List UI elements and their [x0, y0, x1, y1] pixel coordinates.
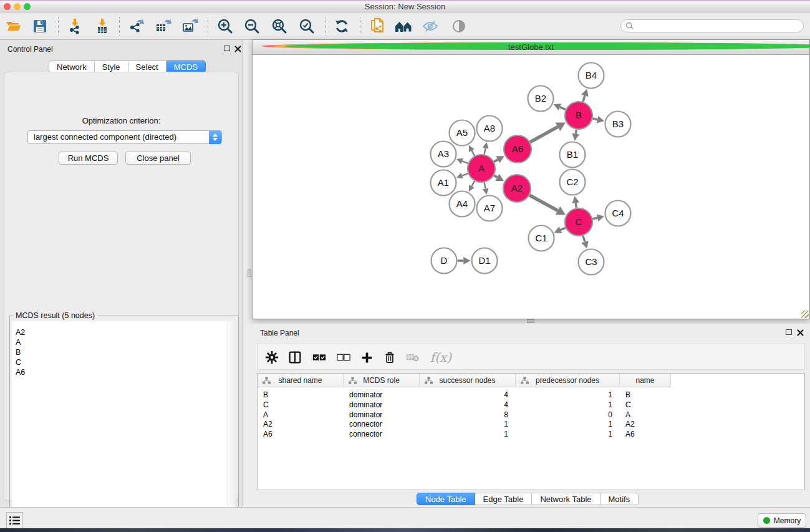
table-cell[interactable]: 4 — [420, 390, 508, 400]
tab-mcds[interactable]: MCDS — [166, 60, 206, 73]
show-columns-button[interactable] — [285, 347, 305, 367]
tab-network-table[interactable]: Network Table — [532, 493, 600, 505]
table-cell[interactable]: 0 — [516, 410, 612, 420]
table-cell[interactable]: dominator — [349, 400, 418, 410]
edge-B-B4[interactable] — [583, 95, 585, 102]
export-table-button[interactable] — [152, 15, 174, 37]
zoom-out-button[interactable] — [241, 15, 263, 37]
result-item[interactable]: A2 — [16, 327, 228, 337]
edge-A-A3[interactable] — [462, 161, 468, 163]
close-table-panel-icon[interactable] — [797, 329, 804, 336]
node-table[interactable]: shared nameMCDS rolesuccessor nodesprede… — [257, 373, 805, 490]
table-cell[interactable]: dominator — [349, 390, 418, 400]
close-panel-icon[interactable] — [234, 46, 241, 52]
column-header-MCDS-role[interactable]: MCDS role — [344, 374, 420, 387]
run-mcds-button[interactable]: Run MCDS — [59, 152, 118, 165]
search-input[interactable] — [636, 21, 803, 31]
table-cell[interactable]: 4 — [420, 400, 508, 410]
table-cell[interactable]: A2 — [263, 419, 342, 429]
edge-A-A1[interactable] — [462, 173, 468, 176]
table-cell[interactable]: B — [625, 390, 669, 400]
export-network-button[interactable] — [125, 15, 147, 37]
memory-button[interactable]: Memory — [758, 513, 806, 528]
save-session-button[interactable] — [29, 15, 51, 37]
edge-A-A8[interactable] — [485, 148, 486, 155]
hide-selected-button[interactable] — [419, 15, 441, 37]
table-cell[interactable]: A2 — [625, 419, 669, 429]
edge-C-C1[interactable] — [561, 228, 566, 230]
optimization-criterion-select[interactable]: largest connected component (directed) — [27, 130, 222, 144]
table-cell[interactable]: 1 — [516, 400, 612, 410]
function-builder-button[interactable]: f(x) — [427, 347, 455, 367]
edge-A-A5[interactable] — [471, 150, 475, 155]
table-cell[interactable]: 1 — [516, 429, 612, 439]
table-cell[interactable]: connector — [349, 429, 418, 439]
table-cell[interactable]: 1 — [516, 390, 612, 400]
import-network-button[interactable] — [64, 15, 86, 37]
result-item[interactable]: C — [16, 357, 228, 367]
open-session-button[interactable] — [2, 15, 25, 37]
result-item[interactable]: A6 — [16, 367, 228, 377]
edge-A-A2[interactable] — [494, 175, 498, 177]
table-cell[interactable]: C — [625, 400, 669, 410]
result-item[interactable]: A — [16, 337, 228, 347]
show-task-history-button[interactable] — [6, 512, 23, 529]
select-all-rows-button[interactable] — [309, 347, 329, 367]
tab-motifs[interactable]: Motifs — [600, 493, 639, 505]
table-cell[interactable]: A — [625, 410, 669, 420]
table-cell[interactable]: 1 — [420, 419, 508, 429]
table-settings-button[interactable] — [262, 347, 282, 367]
result-list-scrollbar[interactable] — [228, 321, 236, 526]
show-all-button[interactable] — [448, 15, 470, 37]
delete-table-button[interactable] — [403, 347, 423, 367]
tab-node-table[interactable]: Node Table — [417, 493, 475, 505]
clone-network-button[interactable] — [366, 15, 388, 37]
column-header-name[interactable]: name — [620, 374, 671, 387]
column-header-predecessor-nodes[interactable]: predecessor nodes — [516, 374, 620, 387]
edge-B-B1[interactable] — [576, 130, 576, 134]
table-cell[interactable]: 8 — [420, 410, 508, 420]
close-panel-button[interactable]: Close panel — [125, 152, 191, 165]
zoom-in-button[interactable] — [214, 15, 236, 37]
edge-C-C3[interactable] — [583, 236, 585, 242]
table-cell[interactable]: 1 — [516, 419, 612, 429]
edge-A-A4[interactable] — [471, 181, 475, 186]
horizontal-splitter-handle[interactable] — [527, 319, 534, 323]
edge-A-A6[interactable] — [494, 160, 498, 162]
table-cell[interactable]: 1 — [420, 429, 508, 439]
table-cell[interactable]: B — [263, 390, 342, 400]
table-cell[interactable]: A6 — [263, 429, 342, 439]
network-window-titlebar[interactable]: testGlobe.txt — [253, 40, 809, 55]
tab-style[interactable]: Style — [95, 60, 128, 73]
edge-A-A7[interactable] — [485, 183, 486, 189]
edge-B-B3[interactable] — [592, 118, 597, 120]
tab-select[interactable]: Select — [128, 60, 166, 73]
edge-B-B2[interactable] — [560, 107, 566, 110]
tab-edge-table[interactable]: Edge Table — [475, 493, 533, 505]
import-table-button[interactable] — [91, 15, 113, 37]
float-panel-icon[interactable] — [224, 46, 230, 51]
edge-C-C4[interactable] — [592, 218, 597, 219]
table-cell[interactable]: connector — [349, 419, 418, 429]
float-table-panel-icon[interactable] — [786, 329, 792, 335]
window-resize-grip[interactable] — [801, 311, 809, 318]
export-image-button[interactable] — [178, 15, 201, 37]
delete-column-button[interactable] — [380, 347, 400, 367]
edge-A2-C[interactable] — [529, 195, 557, 211]
result-item[interactable]: B — [16, 347, 228, 357]
table-cell[interactable]: dominator — [349, 410, 418, 420]
vertical-splitter-handle[interactable] — [248, 269, 251, 277]
edge-A6-B[interactable] — [530, 127, 557, 142]
column-header-successor-nodes[interactable]: successor nodes — [420, 374, 516, 387]
table-cell[interactable]: C — [263, 400, 342, 410]
table-cell[interactable]: A6 — [625, 429, 669, 439]
first-neighbors-button[interactable] — [392, 15, 415, 37]
create-column-button[interactable] — [357, 347, 377, 367]
deselect-all-rows-button[interactable] — [334, 347, 354, 367]
search-field[interactable] — [620, 19, 804, 32]
tab-network[interactable]: Network — [49, 60, 95, 73]
column-header-shared-name[interactable]: shared name — [258, 374, 344, 387]
mcds-result-list[interactable]: A2ABCA6 — [12, 321, 228, 526]
zoom-selected-button[interactable] — [296, 15, 318, 37]
select-stepper[interactable] — [209, 130, 221, 144]
